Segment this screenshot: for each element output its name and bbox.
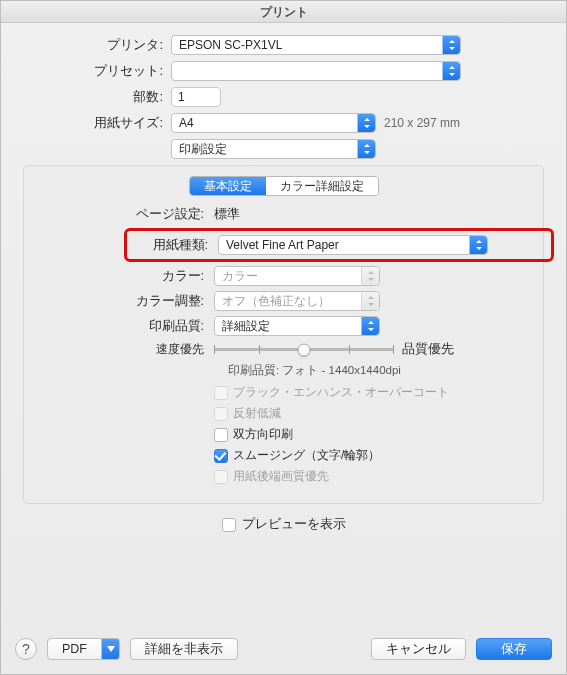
- checkbox-trailing-edge: 用紙後端画質優先: [34, 468, 533, 485]
- media-value: Velvet Fine Art Paper: [226, 238, 339, 252]
- chevron-updown-icon: [361, 317, 379, 335]
- section-popup[interactable]: 印刷設定: [171, 139, 376, 159]
- tab-basic[interactable]: 基本設定: [190, 177, 266, 195]
- coloradj-popup: オフ（色補正なし）: [214, 291, 380, 311]
- checkbox-black-enhance: ブラック・エンハンス・オーバーコート: [34, 384, 533, 401]
- printer-value: EPSON SC-PX1VL: [179, 38, 282, 52]
- coloradj-value: オフ（色補正なし）: [222, 293, 330, 310]
- page-setting-label: ページ設定:: [34, 206, 214, 223]
- media-label: 用紙種類:: [131, 237, 218, 254]
- quality-right-label: 品質優先: [402, 341, 454, 358]
- preset-popup[interactable]: [171, 61, 461, 81]
- media-highlight: 用紙種類: Velvet Fine Art Paper: [124, 228, 554, 262]
- chevron-updown-icon: [469, 236, 487, 254]
- media-popup[interactable]: Velvet Fine Art Paper: [218, 235, 488, 255]
- color-popup: カラー: [214, 266, 380, 286]
- printer-label: プリンタ:: [19, 36, 171, 54]
- pdf-menu[interactable]: PDF: [47, 638, 120, 660]
- chevron-down-icon: [102, 638, 120, 660]
- quality-popup[interactable]: 詳細設定: [214, 316, 380, 336]
- section-value: 印刷設定: [179, 141, 227, 158]
- dpi-text: 印刷品質: フォト - 1440x1440dpi: [34, 363, 533, 378]
- print-dialog: プリント プリンタ: EPSON SC-PX1VL プリセット:: [0, 0, 567, 675]
- quality-label: 印刷品質:: [34, 318, 214, 335]
- quality-value: 詳細設定: [222, 318, 270, 335]
- color-label: カラー:: [34, 268, 214, 285]
- chevron-updown-icon: [361, 267, 379, 285]
- chevron-updown-icon: [442, 62, 460, 80]
- page-setting-value: 標準: [214, 206, 533, 223]
- copies-input[interactable]: 1: [171, 87, 221, 107]
- help-button[interactable]: ?: [15, 638, 37, 660]
- printer-popup[interactable]: EPSON SC-PX1VL: [171, 35, 461, 55]
- preset-label: プリセット:: [19, 62, 171, 80]
- chevron-updown-icon: [357, 140, 375, 158]
- color-value: カラー: [222, 268, 258, 285]
- dialog-footer: ? PDF 詳細を非表示 キャンセル 保存: [1, 628, 566, 674]
- checkbox-bidirectional[interactable]: 双方向印刷: [34, 426, 533, 443]
- papersize-popup[interactable]: A4: [171, 113, 376, 133]
- tab-color-detail[interactable]: カラー詳細設定: [266, 177, 378, 195]
- settings-panel: 基本設定 カラー詳細設定 ページ設定: 標準 用紙種類: Velvet Fine…: [23, 165, 544, 504]
- chevron-updown-icon: [442, 36, 460, 54]
- checkbox-reflection: 反射低減: [34, 405, 533, 422]
- chevron-updown-icon: [361, 292, 379, 310]
- coloradj-label: カラー調整:: [34, 293, 214, 310]
- checkbox-smoothing[interactable]: スムージング（文字/輪郭）: [34, 447, 533, 464]
- chevron-updown-icon: [357, 114, 375, 132]
- papersize-value: A4: [179, 116, 194, 130]
- papersize-label: 用紙サイズ:: [19, 114, 171, 132]
- paper-dimensions: 210 x 297 mm: [384, 116, 460, 130]
- tab-segment: 基本設定 カラー詳細設定: [189, 176, 379, 196]
- cancel-button[interactable]: キャンセル: [371, 638, 466, 660]
- speed-label: 速度優先: [34, 341, 214, 358]
- hide-details-button[interactable]: 詳細を非表示: [130, 638, 238, 660]
- quality-slider[interactable]: [214, 342, 394, 358]
- checkbox-preview[interactable]: [222, 518, 236, 532]
- copies-label: 部数:: [19, 88, 171, 106]
- window-title: プリント: [1, 1, 566, 23]
- preview-label: プレビューを表示: [242, 516, 346, 533]
- save-button[interactable]: 保存: [476, 638, 552, 660]
